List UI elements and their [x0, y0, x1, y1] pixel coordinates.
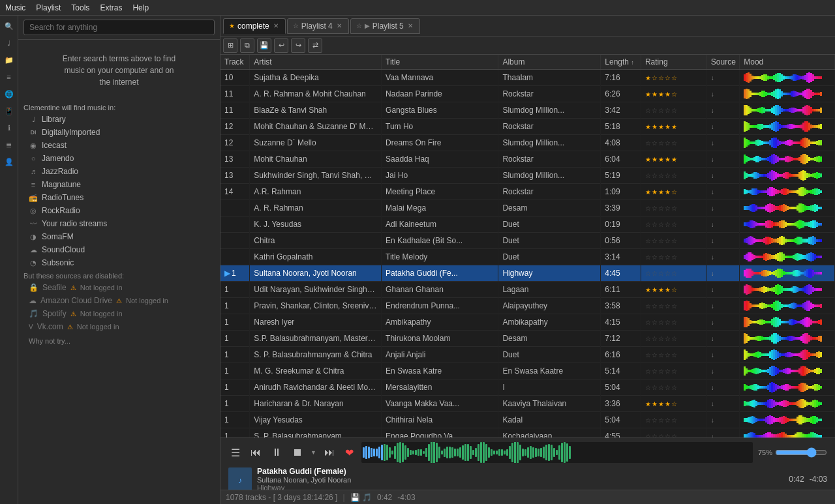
tab-playlist4-close[interactable]: ✕ — [335, 22, 343, 29]
cell-rating[interactable]: ★★★★☆ — [641, 184, 706, 200]
table-row[interactable]: 1 Anirudh Ravichandar & Neeti Mohan Mers… — [220, 379, 835, 396]
col-header-rating[interactable]: Rating — [641, 55, 706, 70]
menu-tools[interactable]: Tools — [71, 3, 89, 12]
table-row[interactable]: 12 Suzanne D´ Mello Dreams On Fire Slumd… — [220, 135, 835, 151]
internet-nav-icon[interactable]: 🌐 — [1, 86, 17, 102]
cell-rating[interactable]: ☆☆☆☆☆ — [641, 200, 706, 216]
cell-rating[interactable]: ★★★★☆ — [641, 396, 706, 412]
cell-rating[interactable]: ☆☆☆☆☆ — [641, 331, 706, 347]
col-header-length[interactable]: Length ↑ — [601, 55, 641, 70]
table-row[interactable]: 1 S. P. Balasubrahmanyam & Chitra Anjali… — [220, 347, 835, 363]
sidebar-item-soundcloud[interactable]: ☁ SoundCloud — [18, 243, 220, 256]
table-row[interactable]: 1 Naresh Iyer Ambikapathy Ambikapathy 4:… — [220, 314, 835, 331]
sidebar-item-jazzradio[interactable]: ♬ JazzRadio — [18, 165, 220, 178]
tab-complete[interactable]: ★ complete ✕ — [223, 18, 286, 34]
pause-btn[interactable]: ⏸ — [269, 445, 284, 460]
cell-rating[interactable]: ★★★★★ — [641, 119, 706, 135]
table-row[interactable]: 11 BlaaZe & Tanvi Shah Gangsta Blues Slu… — [220, 102, 835, 119]
menu-music[interactable]: Music — [5, 3, 25, 12]
table-row[interactable]: 13 Mohit Chauhan Saadda Haq Rockstar 6:0… — [220, 151, 835, 168]
table-row[interactable]: K. J. Yesudas Adi Kaineetum Duet 0:19 ☆☆… — [220, 216, 835, 233]
cell-rating[interactable]: ☆☆☆☆☆ — [641, 135, 706, 151]
stop-btn[interactable]: ⏹ — [290, 445, 305, 460]
table-row[interactable]: 1 Udit Narayan, Sukhwinder Singh, Al... … — [220, 282, 835, 298]
cell-rating[interactable]: ☆☆☆☆☆ — [641, 412, 706, 428]
files-nav-icon[interactable]: 📁 — [1, 52, 17, 68]
table-row[interactable]: 1 M. G. Sreekumar & Chitra En Swasa Katr… — [220, 363, 835, 379]
volume-slider[interactable] — [775, 447, 827, 458]
prev-btn[interactable]: ⏮ — [248, 445, 264, 460]
cell-rating[interactable]: ★★★★☆ — [641, 86, 706, 102]
cell-rating[interactable]: ☆☆☆☆☆ — [641, 363, 706, 379]
search-input[interactable] — [23, 20, 215, 35]
toolbar-redo-btn[interactable]: ↪ — [291, 38, 305, 53]
table-row[interactable]: ▶1 Sultana Nooran, Jyoti Nooran Patakha … — [220, 265, 835, 282]
sidebar-item-radiostreams[interactable]: 〰 Your radio streams — [18, 217, 220, 230]
sidebar-item-library[interactable]: ♩ Library — [18, 113, 220, 126]
love-btn[interactable]: ❤ — [342, 445, 356, 460]
col-header-mood[interactable]: Mood — [740, 55, 835, 70]
cell-rating[interactable]: ★★★★★ — [641, 151, 706, 168]
toolbar-undo-btn[interactable]: ↩ — [274, 38, 288, 53]
cell-rating[interactable]: ☆☆☆☆☆ — [641, 216, 706, 233]
cell-rating[interactable]: ☆☆☆☆☆ — [641, 233, 706, 249]
cell-rating[interactable]: ☆☆☆☆☆ — [641, 314, 706, 331]
sidebar-item-somafm[interactable]: ◑ SomaFM — [18, 230, 220, 243]
sidebar-item-magnatune[interactable]: ≡ Magnatune — [18, 178, 220, 191]
devices-nav-icon[interactable]: 📱 — [1, 103, 17, 119]
tab-playlist5[interactable]: ☆ ▶ Playlist 5 ✕ — [350, 18, 420, 34]
next-btn[interactable]: ⏭ — [322, 445, 337, 460]
toolbar-copy-btn[interactable]: ⧉ — [240, 38, 254, 53]
cell-rating[interactable]: ☆☆☆☆☆ — [641, 347, 706, 363]
table-row[interactable]: Chitra En Kadhalae (Bit So... Duet 0:56 … — [220, 233, 835, 249]
library-nav-icon[interactable]: ♩ — [1, 35, 17, 51]
songinfo-nav-icon[interactable]: ℹ — [1, 120, 17, 136]
col-header-title[interactable]: Title — [382, 55, 498, 70]
col-header-album[interactable]: Album — [498, 55, 601, 70]
tab-playlist5-close[interactable]: ✕ — [406, 22, 414, 29]
col-header-track[interactable]: Track — [220, 55, 250, 70]
track-list[interactable]: Track Artist Title Album Length ↑ Rating… — [220, 55, 835, 437]
cell-rating[interactable]: ☆☆☆☆☆ — [641, 428, 706, 438]
why-try[interactable]: Why not try... — [18, 333, 220, 349]
cell-rating[interactable]: ☆☆☆☆☆ — [641, 249, 706, 265]
menu-help[interactable]: Help — [132, 3, 149, 12]
artistinfo-nav-icon[interactable]: 👤 — [1, 154, 17, 170]
table-row[interactable]: 1 S.P. Balasubrahmanyam, Master Vig... T… — [220, 331, 835, 347]
menu-extras[interactable]: Extras — [100, 3, 122, 12]
cell-rating[interactable]: ★☆☆☆☆ — [641, 70, 706, 86]
sidebar-item-icecast[interactable]: ◉ Icecast — [18, 139, 220, 152]
table-row[interactable]: A. R. Rahman Malai Mega Desam 3:39 ☆☆☆☆☆… — [220, 200, 835, 216]
table-row[interactable]: 1 Pravin, Shankar, Clinton, Sreenivas ..… — [220, 298, 835, 314]
cell-rating[interactable]: ☆☆☆☆☆ — [641, 379, 706, 396]
table-row[interactable]: 12 Mohit Chauhan & Suzanne D' Mello Tum … — [220, 119, 835, 135]
playlist-nav-icon[interactable]: ≡ — [1, 69, 17, 85]
sidebar-item-jamendo[interactable]: ○ Jamendo — [18, 152, 220, 165]
toolbar-queue-btn[interactable]: ⊞ — [223, 38, 237, 53]
cell-rating[interactable]: ☆☆☆☆☆ — [641, 298, 706, 314]
toolbar-save-btn[interactable]: 💾 — [257, 38, 271, 53]
table-row[interactable]: 1 S. P. Balasubrahmanyam Engae Pogudho V… — [220, 428, 835, 438]
table-row[interactable]: Kathri Gopalnath Title Melody Duet 3:14 … — [220, 249, 835, 265]
stop-dropdown[interactable]: ▼ — [311, 449, 316, 456]
tab-playlist4[interactable]: ☆ Playlist 4 ✕ — [287, 18, 349, 34]
sidebar-item-rockradio[interactable]: ◎ RockRadio — [18, 204, 220, 217]
sidebar-item-subsonic[interactable]: ◔ Subsonic — [18, 256, 220, 269]
cell-rating[interactable]: ★★★★☆ — [641, 282, 706, 298]
col-header-artist[interactable]: Artist — [250, 55, 382, 70]
sidebar-item-di[interactable]: DI DigitallyImported — [18, 126, 220, 139]
waveform[interactable] — [361, 442, 753, 463]
menu-btn[interactable]: ☰ — [228, 445, 243, 460]
table-row[interactable]: 14 A.R. Rahman Meeting Place Rockstar 1:… — [220, 184, 835, 200]
table-row[interactable]: 13 Sukhwinder Singh, Tanvi Shah, Mah... … — [220, 168, 835, 184]
sidebar-item-radiotunes[interactable]: 📻 RadioTunes — [18, 191, 220, 204]
table-row[interactable]: 11 A. R. Rahman & Mohit Chauhan Nadaan P… — [220, 86, 835, 102]
queue-nav-icon[interactable]: ≣ — [1, 137, 17, 153]
table-row[interactable]: 1 Vijay Yesudas Chithirai Nela Kadal 5:0… — [220, 412, 835, 428]
table-row[interactable]: 10 Sujatha & Deepika Vaa Mannava Thaalam… — [220, 70, 835, 86]
col-header-source[interactable]: Source — [706, 55, 739, 70]
cell-rating[interactable]: ☆☆☆☆☆ — [641, 102, 706, 119]
cell-rating[interactable]: ☆☆☆☆☆ — [641, 168, 706, 184]
toolbar-shuffle-btn[interactable]: ⇄ — [308, 38, 322, 53]
menu-playlist[interactable]: Playlist — [36, 3, 61, 12]
